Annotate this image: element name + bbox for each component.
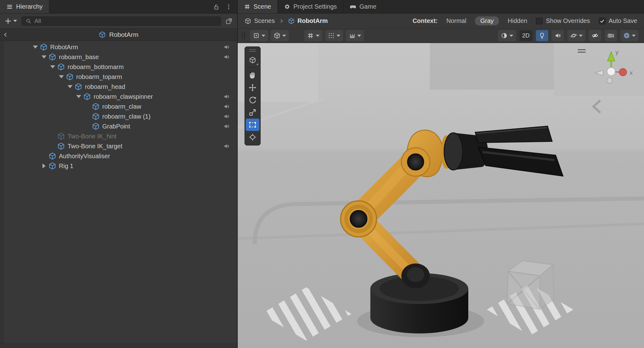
pivot-icon xyxy=(253,32,260,39)
auto-save-toggle[interactable]: Auto Save xyxy=(599,17,637,24)
unity-editor-window: Hierarchy RobotArm xyxy=(0,0,644,348)
scale-tool[interactable] xyxy=(246,106,259,119)
search-input[interactable] xyxy=(34,18,217,24)
audio-toggle-button[interactable] xyxy=(552,30,564,41)
hierarchy-item-roboarm-head[interactable]: roboarm_head xyxy=(0,82,237,92)
hierarchy-item-grabpoint[interactable]: GrabPoint xyxy=(0,121,237,131)
lock-icon[interactable] xyxy=(213,3,220,10)
row-indicator-icon[interactable] xyxy=(223,54,230,60)
prefab-icon xyxy=(48,152,56,160)
hierarchy-item-authorityvisualiser[interactable]: AuthorityVisualiser xyxy=(0,151,237,161)
hierarchy-item-two-bone-ik-hint[interactable]: Two-Bone IK_hint xyxy=(0,131,237,141)
transform-tool[interactable] xyxy=(246,131,259,143)
snap-increment-button[interactable] xyxy=(346,30,364,41)
tab-project-settings[interactable]: Project Settings xyxy=(278,0,343,13)
context-option-hidden[interactable]: Hidden xyxy=(508,17,527,24)
item-label: roboarm_clawspinner xyxy=(94,93,153,100)
prefab-icon xyxy=(57,63,65,71)
expand-arrow-icon[interactable] xyxy=(31,46,40,49)
toolbar-drag-handle[interactable] xyxy=(242,32,245,39)
lighting-toggle-button[interactable] xyxy=(536,30,548,41)
hierarchy-toolbar xyxy=(0,14,237,28)
hierarchy-search[interactable] xyxy=(21,16,221,26)
row-indicator-icon[interactable] xyxy=(223,143,230,149)
hierarchy-scrollbar-strip[interactable] xyxy=(0,344,237,348)
hierarchy-item-roboarm-toparm[interactable]: roboarm_toparm xyxy=(0,72,237,82)
effects-toggle-button[interactable] xyxy=(567,30,585,41)
ruler-icon xyxy=(349,32,355,39)
row-indicator-icon[interactable] xyxy=(223,94,230,100)
kebab-menu-icon[interactable] xyxy=(225,3,232,10)
scene-viewport[interactable]: y x xyxy=(238,43,644,348)
view-cube-icon xyxy=(249,56,256,64)
context-option-normal[interactable]: Normal xyxy=(446,17,466,24)
local-cube-icon xyxy=(274,32,280,39)
hierarchy-item-roboarm-claw[interactable]: roboarm_claw xyxy=(0,102,237,111)
scene-panel: Scene Project Settings Game Scenes Robot… xyxy=(237,0,644,348)
move-tool[interactable] xyxy=(246,81,259,94)
show-overrides-checkbox[interactable] xyxy=(536,18,543,24)
tools-overlay xyxy=(245,46,261,146)
rotate-tool[interactable] xyxy=(246,94,259,106)
tools-overlay-handle[interactable] xyxy=(249,48,256,54)
scene-visibility-button[interactable] xyxy=(589,30,601,41)
tool-handle-position-button[interactable] xyxy=(250,30,268,41)
prefab-icon xyxy=(48,162,56,170)
prefab-icon xyxy=(92,112,100,120)
hierarchy-item-roboarm-bottomarm[interactable]: roboarm_bottomarm xyxy=(0,62,237,72)
hierarchy-item-roboarm-claw-1[interactable]: roboarm_claw (1) xyxy=(0,111,237,121)
game-tab-label: Game xyxy=(359,3,376,10)
item-label: roboarm_head xyxy=(85,83,125,90)
breadcrumb-robotarm-label: RobotArm xyxy=(298,17,328,24)
eye-slash-icon xyxy=(592,32,598,39)
scene-view-options-button[interactable] xyxy=(246,54,259,66)
shaded-sphere-icon xyxy=(501,32,508,39)
lightbulb-icon xyxy=(539,32,545,39)
hierarchy-item-rig-1[interactable]: Rig 1 xyxy=(0,161,237,171)
create-object-button[interactable] xyxy=(4,17,17,25)
context-option-gray[interactable]: Gray xyxy=(475,16,499,25)
row-indicator-icon[interactable] xyxy=(223,123,230,129)
axis-negative-sphere xyxy=(607,78,612,83)
pop-out-icon[interactable] xyxy=(225,17,233,25)
show-overrides-toggle[interactable]: Show Overrides xyxy=(536,17,590,24)
gizmos-button[interactable] xyxy=(620,30,638,41)
tab-game[interactable]: Game xyxy=(343,0,383,13)
rect-tool[interactable] xyxy=(246,119,259,131)
row-indicator-icon[interactable] xyxy=(223,103,230,110)
auto-save-label: Auto Save xyxy=(609,17,637,24)
collapse-arrow-icon[interactable] xyxy=(40,163,48,168)
expand-arrow-icon[interactable] xyxy=(40,55,48,59)
gizmo-overlay-handle[interactable] xyxy=(578,49,586,53)
view-tool-hand[interactable] xyxy=(246,69,259,81)
hierarchy-tab-bar: Hierarchy xyxy=(0,0,237,14)
scene-orientation-gizmo[interactable]: y x xyxy=(587,47,637,91)
row-indicator-icon[interactable] xyxy=(223,113,230,120)
elbow-joint xyxy=(341,201,377,237)
hierarchy-panel: Hierarchy RobotArm xyxy=(0,0,237,348)
shading-mode-button[interactable] xyxy=(498,30,516,41)
hierarchy-item-two-bone-ik-target[interactable]: Two-Bone IK_target xyxy=(0,141,237,151)
expand-arrow-icon[interactable] xyxy=(48,65,57,68)
prefab-back-button[interactable] xyxy=(0,32,11,38)
camera-settings-button[interactable] xyxy=(605,30,617,41)
context-label: Context: xyxy=(412,17,438,24)
2d-toggle-button[interactable]: 2D xyxy=(519,30,532,41)
row-indicator-icon[interactable] xyxy=(223,44,230,50)
expand-arrow-icon[interactable] xyxy=(57,75,66,78)
hierarchy-item-roboarm-clawspinner[interactable]: roboarm_clawspinner xyxy=(0,92,237,102)
breadcrumb-scenes[interactable]: Scenes xyxy=(245,17,275,24)
tool-handle-rotation-button[interactable] xyxy=(271,30,289,41)
breadcrumb-robotarm[interactable]: RobotArm xyxy=(288,17,328,24)
auto-save-checkbox[interactable] xyxy=(599,18,606,24)
expand-arrow-icon[interactable] xyxy=(74,95,83,98)
tab-scene[interactable]: Scene xyxy=(238,0,278,13)
hierarchy-item-robotarm[interactable]: RobotArm xyxy=(0,42,237,52)
hierarchy-item-roboarm-base[interactable]: roboarm_base xyxy=(0,52,237,62)
snap-settings-button[interactable] xyxy=(325,30,343,41)
dropdown-caret-icon xyxy=(337,35,340,37)
tab-hierarchy[interactable]: Hierarchy xyxy=(0,0,49,13)
expand-arrow-icon[interactable] xyxy=(66,85,74,88)
prefab-icon xyxy=(83,93,91,101)
grid-visibility-button[interactable] xyxy=(304,30,322,41)
